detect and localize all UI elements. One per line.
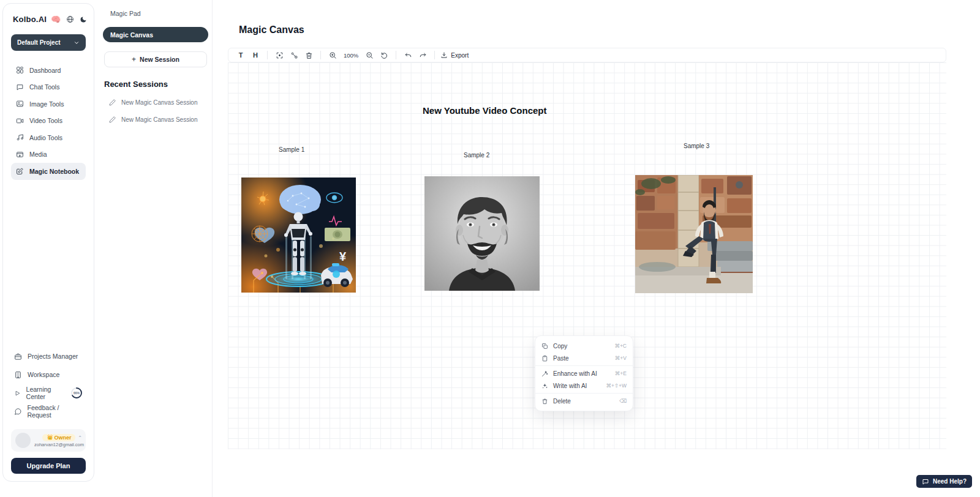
project-selector-label: Default Project [17,39,61,46]
rotate-reset-icon [380,51,388,59]
context-menu-item-copy[interactable]: Copy ⌘+C [535,340,633,352]
zoom-out-icon [366,51,374,59]
user-account-card[interactable]: 👑 Owner zoharvan12@gmail.com ⌃ [11,429,86,452]
context-menu-item-enhance-ai[interactable]: Enhance with AI ⌘+E [535,367,633,379]
image-icon [16,100,24,108]
notebook-icon [16,167,24,175]
sidebar-item-audio-tools[interactable]: Audio Tools [11,129,86,146]
context-menu-item-delete[interactable]: Delete ⌫ [535,395,633,407]
building-icon [14,371,22,379]
sparkle-icon [541,383,548,389]
svg-text:66%: 66% [74,391,80,395]
canvas-toolbar: T H 100% Export [228,48,946,62]
session-list-item[interactable]: New Magic Canvas Session [104,99,203,106]
connector-tool-button[interactable] [288,49,300,61]
delete-tool-button[interactable] [303,49,315,61]
session-list-item[interactable]: New Magic Canvas Session [104,116,203,123]
trash-icon [305,51,313,59]
toolbar-divider [434,51,435,59]
sidebar-spacer [11,180,86,348]
sample-2-image[interactable] [424,176,540,291]
sidebar-item-chat-tools[interactable]: Chat Tools [11,79,86,96]
pencil-icon [109,99,116,106]
need-help-button[interactable]: Need Help? [916,475,972,488]
sidebar-item-media[interactable]: Media [11,146,86,163]
context-menu-label: Delete [553,398,571,405]
sample-1-label[interactable]: Sample 1 [279,146,304,153]
brand-row: Kolbo.AI 🧠 [11,15,86,24]
sidebar-item-feedback[interactable]: Feedback / Request [11,402,86,420]
sidebar-item-dashboard[interactable]: Dashboard [11,62,86,79]
sidebar-item-label: Image Tools [29,100,64,108]
context-menu-group: Copy ⌘+C Paste ⌘+V [535,338,633,365]
learning-progress-ring: 66% [70,387,83,399]
context-menu-label: Enhance with AI [553,370,597,377]
sessions-panel: Magic Pad Magic Canvas + New Session Rec… [96,0,213,497]
project-selector[interactable]: Default Project [11,34,86,51]
context-menu-label: Paste [553,355,569,362]
chat-help-icon [922,478,929,485]
wand-icon [541,370,548,377]
context-menu-label: Copy [553,343,567,349]
sample-3-label[interactable]: Sample 3 [684,143,709,149]
context-menu-shortcut: ⌘+V [615,355,627,361]
sidebar-item-label: Audio Tools [29,134,62,141]
undo-icon [404,51,412,59]
dashboard-icon [16,66,24,74]
caret-up-icon: ⌃ [78,435,82,441]
connector-icon [290,51,298,59]
crown-icon: 👑 [47,435,53,440]
copy-icon [541,343,548,349]
chevron-down-icon [74,40,80,46]
paste-icon [541,355,548,362]
sidebar-item-video-tools[interactable]: Video Tools [11,113,86,130]
context-menu-item-paste[interactable]: Paste ⌘+V [535,352,633,364]
upgrade-plan-button[interactable]: Upgrade Plan [11,458,86,474]
redo-button[interactable] [417,49,429,61]
brain-logo-icon: 🧠 [51,15,61,24]
zoom-in-icon [329,51,337,59]
svg-text:¥: ¥ [339,250,347,263]
sample-2-label[interactable]: Sample 2 [464,152,489,159]
sidebar-item-label: Chat Tools [29,83,59,91]
context-menu-shortcut: ⌫ [619,398,627,404]
redo-icon [419,51,427,59]
sidebar-item-learning-center[interactable]: Learning Center 66% [11,384,86,402]
canvas-grid[interactable]: New Youtube Video Concept Sample 1 Sampl… [228,62,946,449]
zoom-in-button[interactable] [326,49,339,61]
new-session-label: New Session [140,56,179,63]
sidebar-nav: Dashboard Chat Tools Image Tools Video T… [11,62,86,180]
toolbar-divider [396,51,396,59]
zoom-level-value[interactable]: 100% [341,52,361,59]
context-menu-item-write-ai[interactable]: Write with AI ⌘+⇧+W [535,379,633,392]
feedback-icon [14,408,22,416]
sidebar-item-projects-manager[interactable]: Projects Manager [11,347,86,365]
sample-3-image[interactable] [635,175,753,293]
audio-icon [16,133,24,141]
text-tool-button[interactable]: T [235,49,247,61]
dark-mode-moon-icon[interactable] [80,16,87,23]
ai-select-button[interactable] [273,49,285,61]
ai-robot-illustration: ¥ [241,177,356,293]
heading-tool-button[interactable]: H [249,49,262,61]
undo-button[interactable] [402,49,414,61]
new-session-button[interactable]: + New Session [104,51,207,67]
reset-view-button[interactable] [378,49,390,61]
play-icon [14,389,21,397]
magic-canvas-item-active[interactable]: Magic Canvas [103,27,208,42]
sidebar-item-image-tools[interactable]: Image Tools [11,95,86,113]
sample-1-image[interactable]: ¥ [241,177,356,293]
zoom-out-button[interactable] [363,49,375,61]
export-button[interactable]: Export [440,51,469,59]
language-globe-icon[interactable] [66,15,74,23]
app-root: Kolbo.AI 🧠 Default Project Dashboard Cha… [0,0,980,497]
need-help-label: Need Help? [933,478,967,485]
sidebar-item-label: Projects Manager [28,353,78,360]
context-menu: Copy ⌘+C Paste ⌘+V Enhance with AI ⌘+E [535,335,633,411]
sidebar-item-label: Video Tools [29,117,62,124]
sidebar-item-workspace[interactable]: Workspace [11,365,86,384]
sidebar-item-label: Feedback / Request [28,404,83,419]
canvas-heading[interactable]: New Youtube Video Concept [423,105,547,116]
sidebar-item-magic-notebook[interactable]: Magic Notebook [11,163,86,180]
magic-pad-item[interactable]: Magic Pad [104,9,203,17]
